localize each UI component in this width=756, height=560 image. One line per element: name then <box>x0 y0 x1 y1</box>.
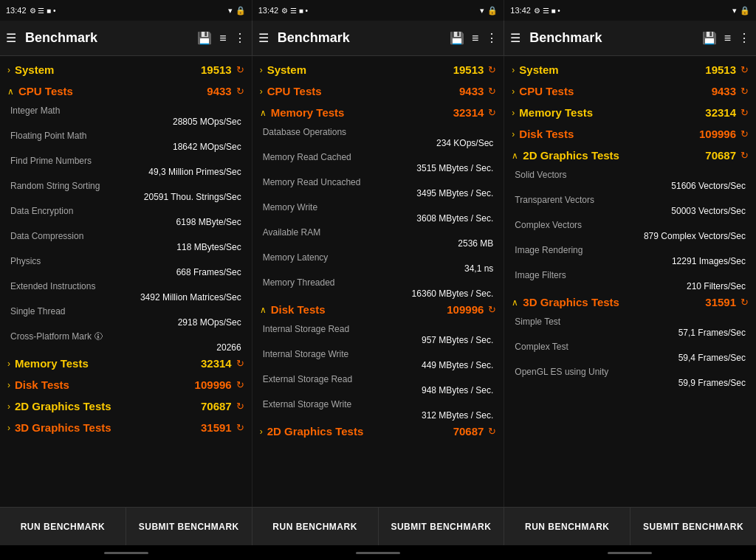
refresh-3d-3[interactable]: ↻ <box>740 297 749 308</box>
nav-line-2 <box>356 552 400 554</box>
list-icon-3[interactable]: ≡ <box>724 32 731 45</box>
run-benchmark-btn-3[interactable]: RUN BENCHMARK <box>504 508 630 545</box>
status-right-1: ▾ 🔒 <box>228 6 246 15</box>
chevron-cpu-3: › <box>512 86 515 97</box>
status-bar: 13:42 ⚙ ☰ ■ • ▾ 🔒 13:42 ⚙ ☰ ■ • ▾ 🔒 13:4… <box>0 0 756 21</box>
refresh-system-3[interactable]: ↻ <box>740 64 749 75</box>
app-title-1: Benchmark <box>25 30 191 46</box>
chevron-2d-1: › <box>7 401 10 412</box>
disk-item-int-write: Internal Storage Write 449 MBytes / Sec. <box>252 345 504 370</box>
refresh-disk-1[interactable]: ↻ <box>236 379 244 390</box>
cpu-score-2: 9433 <box>459 85 484 97</box>
disk-item-ext-read: External Storage Read 948 MBytes / Sec. <box>252 370 504 395</box>
menu-icon-2[interactable]: ☰ <box>258 31 269 45</box>
run-benchmark-btn-2[interactable]: RUN BENCHMARK <box>252 508 379 545</box>
status-panel-3: 13:42 ⚙ ☰ ■ • ▾ 🔒 <box>504 0 756 21</box>
list-icon-1[interactable]: ≡ <box>219 32 226 45</box>
save-icon-1[interactable]: 💾 <box>197 31 212 45</box>
save-icon-2[interactable]: 💾 <box>450 31 464 45</box>
disk-item-ext-write: External Storage Write 312 MBytes / Sec. <box>252 395 504 421</box>
cpu-section-1[interactable]: ∧ CPU Tests 9433 ↻ <box>0 80 252 102</box>
refresh-system-1[interactable]: ↻ <box>236 64 244 75</box>
refresh-cpu-1[interactable]: ↻ <box>236 86 244 97</box>
more-icon-3[interactable]: ⋮ <box>738 31 750 45</box>
list-icon-2[interactable]: ≡ <box>472 32 478 45</box>
signal-icon-1: ▾ <box>228 6 233 15</box>
refresh-2d-3[interactable]: ↻ <box>740 150 749 161</box>
submit-benchmark-btn-2[interactable]: SUBMIT BENCHMARK <box>379 508 504 545</box>
disk-section-3[interactable]: › Disk Tests 109996 ↻ <box>504 123 756 145</box>
nav-line-1 <box>104 552 148 554</box>
memory-section-3[interactable]: › Memory Tests 32314 ↻ <box>504 102 756 123</box>
cpu-section-3[interactable]: › CPU Tests 9433 ↻ <box>504 80 756 102</box>
refresh-cpu-3[interactable]: ↻ <box>740 86 749 97</box>
chevron-cpu-2: › <box>260 86 263 97</box>
status-left-3: 13:42 ⚙ ☰ ■ • <box>510 6 560 15</box>
disk-section-1[interactable]: › Disk Tests 109996 ↻ <box>0 374 252 395</box>
2d-section-1[interactable]: › 2D Graphics Tests 70687 ↻ <box>0 395 252 417</box>
disk-section-2[interactable]: ∧ Disk Tests 109996 ↻ <box>252 299 504 320</box>
more-icon-1[interactable]: ⋮ <box>234 31 246 45</box>
mem-item-available: Available RAM 2536 MB <box>252 224 504 249</box>
2d-item-image-filters: Image Filters 210 Filters/Sec <box>504 266 756 291</box>
mem-item-write: Memory Write 3608 MBytes / Sec. <box>252 198 504 224</box>
menu-icon-1[interactable]: ☰ <box>6 31 16 45</box>
3d-section-1[interactable]: › 3D Graphics Tests 31591 ↻ <box>0 417 252 438</box>
system-name-3: System <box>519 63 705 76</box>
submit-benchmark-btn-1[interactable]: SUBMIT BENCHMARK <box>126 508 252 545</box>
menu-icon-3[interactable]: ☰ <box>510 31 520 45</box>
save-icon-3[interactable]: 💾 <box>702 31 717 45</box>
more-icon-2[interactable]: ⋮ <box>486 31 498 45</box>
time-2: 13:42 <box>258 6 279 15</box>
chevron-2d-2: › <box>260 426 263 437</box>
refresh-disk-2[interactable]: ↻ <box>488 304 496 315</box>
battery-icon-1: 🔒 <box>236 6 246 15</box>
main-panels: › System 19513 ↻ ∧ CPU Tests 9433 ↻ Inte… <box>0 56 756 507</box>
chevron-memory-3: › <box>512 108 515 118</box>
system-section-2[interactable]: › System 19513 ↻ <box>252 59 504 80</box>
refresh-2d-2[interactable]: ↻ <box>488 426 496 437</box>
3d-section-3[interactable]: ∧ 3D Graphics Tests 31591 ↻ <box>504 291 756 313</box>
cpu-item-extended: Extended Instructions 3492 Million Matri… <box>0 277 252 303</box>
cpu-item-single-thread: Single Thread 2918 MOps/Sec <box>0 303 252 328</box>
refresh-system-2[interactable]: ↻ <box>488 64 496 75</box>
memory-section-2[interactable]: ∧ Memory Tests 32314 ↻ <box>252 102 504 123</box>
system-section-3[interactable]: › System 19513 ↻ <box>504 59 756 80</box>
panel-1: › System 19513 ↻ ∧ CPU Tests 9433 ↻ Inte… <box>0 56 252 507</box>
mem-item-read-cached: Memory Read Cached 3515 MBytes / Sec. <box>252 148 504 173</box>
app-header-3: ☰ Benchmark 💾 ≡ ⋮ <box>504 21 756 55</box>
refresh-memory-1[interactable]: ↻ <box>236 358 244 369</box>
memory-section-1[interactable]: › Memory Tests 32314 ↻ <box>0 353 252 374</box>
app-header-2: ☰ Benchmark 💾 ≡ ⋮ <box>252 21 505 55</box>
bottom-panel-3: RUN BENCHMARK SUBMIT BENCHMARK <box>504 508 756 545</box>
status-panel-2: 13:42 ⚙ ☰ ■ • ▾ 🔒 <box>252 0 505 21</box>
app-headers: ☰ Benchmark 💾 ≡ ⋮ ☰ Benchmark 💾 ≡ ⋮ ☰ Be… <box>0 21 756 56</box>
system-section-1[interactable]: › System 19513 ↻ <box>0 59 252 80</box>
run-benchmark-btn-1[interactable]: RUN BENCHMARK <box>0 508 126 545</box>
2d-section-3[interactable]: ∧ 2D Graphics Tests 70687 ↻ <box>504 145 756 166</box>
nav-bar <box>0 545 756 560</box>
2d-item-solid: Solid Vectors 51606 Vectors/Sec <box>504 166 756 191</box>
refresh-memory-3[interactable]: ↻ <box>740 107 749 118</box>
refresh-3d-1[interactable]: ↻ <box>236 422 244 433</box>
time-1: 13:42 <box>6 6 27 15</box>
cpu-item-compression: Data Compression 118 MBytes/Sec <box>0 227 252 252</box>
mem-item-threaded: Memory Threaded 16360 MBytes / Sec. <box>252 274 504 299</box>
panel-2-content: › System 19513 ↻ › CPU Tests 9433 ↻ ∧ Me… <box>252 56 504 507</box>
submit-benchmark-btn-3[interactable]: SUBMIT BENCHMARK <box>630 508 756 545</box>
status-right-3: ▾ 🔒 <box>732 6 750 15</box>
refresh-memory-2[interactable]: ↻ <box>488 107 496 118</box>
disk-name-1: Disk Tests <box>15 378 195 391</box>
disk-item-int-read: Internal Storage Read 957 MBytes / Sec. <box>252 320 504 345</box>
battery-icon-2: 🔒 <box>487 6 498 15</box>
chevron-system-3: › <box>512 65 515 75</box>
refresh-disk-3[interactable]: ↻ <box>740 128 749 139</box>
disk-score-2: 109996 <box>447 303 484 316</box>
disk-score-3: 109996 <box>699 128 736 140</box>
memory-score-2: 32314 <box>453 106 484 119</box>
memory-score-3: 32314 <box>705 106 736 119</box>
cpu-section-2[interactable]: › CPU Tests 9433 ↻ <box>252 80 504 102</box>
2d-section-2[interactable]: › 2D Graphics Tests 70687 ↻ <box>252 421 504 442</box>
refresh-cpu-2[interactable]: ↻ <box>488 86 496 97</box>
refresh-2d-1[interactable]: ↻ <box>236 401 244 412</box>
